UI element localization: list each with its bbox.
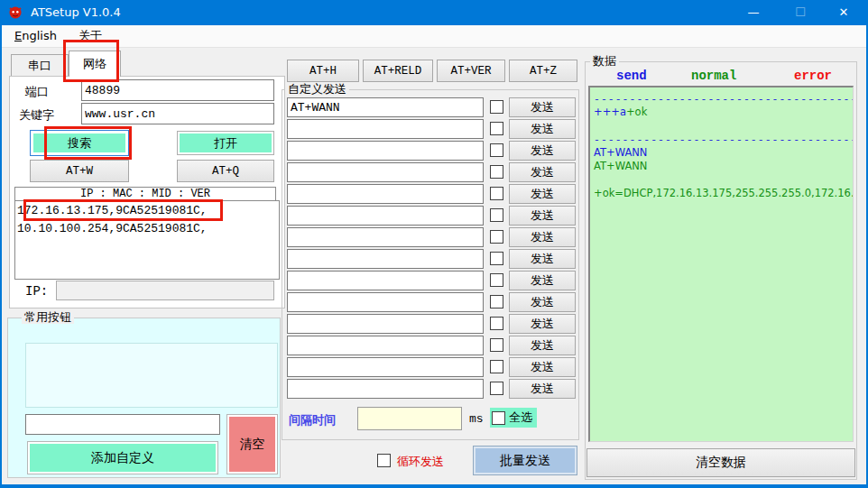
atz-button[interactable]: AT+Z <box>509 60 577 82</box>
atq-button[interactable]: AT+Q <box>177 160 274 182</box>
port-input[interactable] <box>81 79 274 101</box>
ath-button[interactable]: AT+H <box>287 60 359 82</box>
interval-input[interactable] <box>357 407 462 430</box>
interval-label: 间隔时间 <box>289 412 336 428</box>
app-icon <box>8 5 23 20</box>
minimize-button[interactable]: — <box>734 0 773 25</box>
send-button[interactable]: 发送 <box>509 357 576 377</box>
row-checkbox[interactable] <box>490 187 503 200</box>
command-input[interactable] <box>287 249 484 269</box>
legend-error: error <box>794 69 832 83</box>
custom-send-row: 发送 <box>282 336 579 355</box>
command-input[interactable] <box>287 271 484 290</box>
command-input[interactable] <box>287 206 484 226</box>
atver-button[interactable]: AT+VER <box>437 60 505 82</box>
maximize-button[interactable]: ☐ <box>780 0 820 25</box>
clear-data-button[interactable]: 清空数据 <box>586 448 855 477</box>
close-icon: ✕ <box>839 5 849 19</box>
row-checkbox[interactable] <box>490 338 503 352</box>
custom-send-row: 发送 <box>282 119 579 139</box>
command-input[interactable] <box>287 292 484 312</box>
log-line <box>594 173 849 187</box>
send-button[interactable]: 发送 <box>509 227 576 247</box>
send-button[interactable]: 发送 <box>509 271 576 290</box>
ms-label: ms <box>469 412 484 426</box>
custom-send-row: 发送 <box>282 184 579 204</box>
row-checkbox[interactable] <box>490 122 503 135</box>
data-log[interactable]: ----------------------------------------… <box>588 86 854 442</box>
add-custom-button[interactable]: 添加自定义 <box>27 441 218 474</box>
custom-send-row: 发送 <box>282 314 579 334</box>
row-checkbox[interactable] <box>490 295 503 308</box>
command-input[interactable] <box>287 141 484 161</box>
device-list-item[interactable]: 172.16.13.175,9CA52519081C, <box>17 202 277 220</box>
row-checkbox[interactable] <box>490 230 503 244</box>
custom-send-row: 发送 <box>282 227 579 247</box>
command-input[interactable] <box>287 379 484 399</box>
keyword-input[interactable] <box>81 103 274 124</box>
custom-send-rows: 发送 发送 发送 发送 发送 发送 发送 发送 发送 <box>282 97 579 401</box>
row-checkbox[interactable] <box>490 143 503 157</box>
command-input[interactable] <box>287 184 484 204</box>
port-label: 端口 <box>25 84 49 100</box>
row-checkbox[interactable] <box>490 208 503 222</box>
select-all-checkbox[interactable] <box>492 411 505 425</box>
select-all-control: 全选 <box>490 408 537 428</box>
log-line: +++a+ok <box>594 106 849 119</box>
row-checkbox[interactable] <box>490 360 503 373</box>
send-button[interactable]: 发送 <box>509 97 576 117</box>
log-line: ---------------------------------------- <box>594 92 849 106</box>
menu-bar: English 关于 <box>2 25 866 48</box>
custom-name-input[interactable] <box>25 414 220 435</box>
search-button[interactable]: 搜索 <box>30 130 129 156</box>
command-input[interactable] <box>287 119 484 139</box>
command-input[interactable] <box>287 97 484 117</box>
legend-normal: normal <box>691 69 736 83</box>
command-input[interactable] <box>287 336 484 355</box>
custom-send-row: 发送 <box>282 271 579 290</box>
row-checkbox[interactable] <box>490 100 503 114</box>
open-button[interactable]: 打开 <box>177 131 274 155</box>
close-button[interactable]: ✕ <box>824 0 863 25</box>
command-input[interactable] <box>287 357 484 377</box>
send-button[interactable]: 发送 <box>509 184 576 204</box>
send-button[interactable]: 发送 <box>509 314 576 334</box>
command-input[interactable] <box>287 162 484 182</box>
menu-item-english[interactable]: English <box>5 26 66 48</box>
command-input[interactable] <box>287 314 484 334</box>
row-checkbox[interactable] <box>490 317 503 330</box>
custom-send-row: 发送 <box>282 162 579 182</box>
tab-serial[interactable]: 串口 <box>11 54 69 77</box>
send-button[interactable]: 发送 <box>509 119 576 139</box>
send-button[interactable]: 发送 <box>509 206 576 226</box>
send-button[interactable]: 发送 <box>509 162 576 182</box>
send-button[interactable]: 发送 <box>509 141 576 161</box>
clear-button[interactable]: 清空 <box>226 414 278 474</box>
custom-send-row: 发送 <box>282 141 579 161</box>
minimize-icon: — <box>748 5 760 19</box>
custom-send-row: 发送 <box>282 357 579 377</box>
send-button[interactable]: 发送 <box>509 249 576 269</box>
common-buttons-panel <box>25 343 278 408</box>
row-checkbox[interactable] <box>490 252 503 265</box>
batch-send-button[interactable]: 批量发送 <box>473 446 577 475</box>
device-list: 172.16.13.175,9CA52519081C, 10.10.100.25… <box>14 200 280 280</box>
row-checkbox[interactable] <box>490 273 503 287</box>
atw-button[interactable]: AT+W <box>30 160 129 182</box>
send-button[interactable]: 发送 <box>509 336 576 355</box>
row-checkbox[interactable] <box>490 165 503 179</box>
menu-item-about[interactable]: 关于 <box>69 25 111 47</box>
ip-label: IP: <box>25 284 48 299</box>
tab-network[interactable]: 网络 <box>69 51 121 77</box>
send-button[interactable]: 发送 <box>509 292 576 312</box>
loop-send-label: 循环发送 <box>397 454 444 470</box>
row-checkbox[interactable] <box>490 382 503 395</box>
maximize-icon: ☐ <box>795 5 806 19</box>
device-list-item[interactable]: 10.10.100.254,9CA52519081C, <box>17 220 277 238</box>
window-border-bottom <box>0 484 868 488</box>
custom-send-row: 发送 <box>282 206 579 226</box>
send-button[interactable]: 发送 <box>509 379 576 399</box>
command-input[interactable] <box>287 227 484 247</box>
loop-send-checkbox[interactable] <box>377 454 391 467</box>
atreld-button[interactable]: AT+RELD <box>363 60 433 82</box>
